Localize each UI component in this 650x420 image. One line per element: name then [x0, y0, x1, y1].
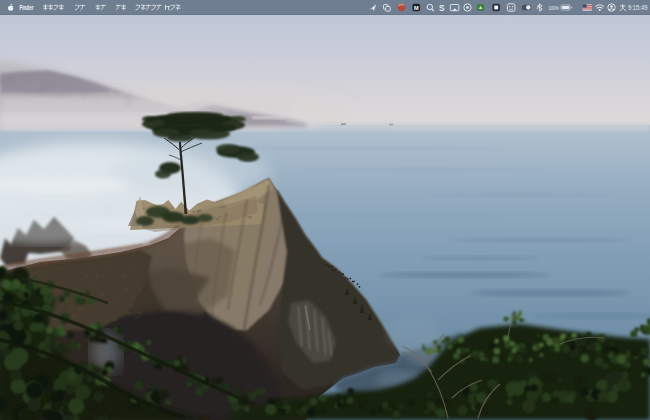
svg-text:100%: 100%	[549, 5, 560, 11]
svg-text:S: S	[439, 4, 445, 13]
svg-text:9:15:49: 9:15:49	[628, 4, 648, 11]
svg-text:M: M	[414, 5, 419, 11]
svg-text:Finder: Finder	[20, 3, 34, 12]
